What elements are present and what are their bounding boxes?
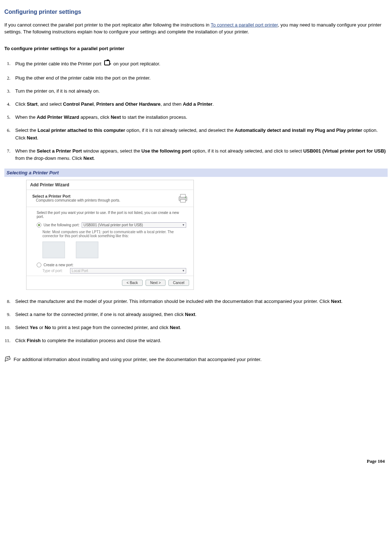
step-10: Select Yes or No to print a test page fr… xyxy=(12,321,388,334)
step-7: When the Select a Printer Port window ap… xyxy=(12,145,388,165)
radio-selected-icon[interactable] xyxy=(37,223,41,227)
t: . xyxy=(180,325,181,330)
t: Printers and Other Hardware xyxy=(96,101,160,107)
svg-rect-1 xyxy=(107,60,109,61)
t: When the xyxy=(15,114,37,120)
step-9: Select a name for the connected printer,… xyxy=(12,308,388,321)
t: to start the installation process. xyxy=(121,114,187,120)
steps-list-continued: Select the manufacturer and the model of… xyxy=(4,295,388,348)
t: When the xyxy=(15,148,37,154)
port-dropdown[interactable]: USB001 (Virtual printer port for USB) ▾ xyxy=(82,222,186,228)
chevron-down-icon: ▾ xyxy=(183,269,184,272)
t: window appears, select the xyxy=(82,148,142,154)
t: Finish xyxy=(27,338,41,343)
wizard-window: Add Printer Wizard Select a Printer Port… xyxy=(26,180,194,290)
svg-rect-5 xyxy=(180,199,185,202)
t: appears, click xyxy=(79,114,111,120)
printer-port-icon xyxy=(103,59,111,69)
t: Control Panel xyxy=(63,101,94,107)
radio-unselected-icon[interactable] xyxy=(37,263,41,267)
t: No xyxy=(45,325,51,330)
t: Next xyxy=(27,135,37,141)
parallel-port-link[interactable]: To connect a parallel port printer xyxy=(211,22,278,28)
step-1-pre: Plug the printer cable into the Printer … xyxy=(15,61,103,66)
figure-caption: Selecting a Printer Port xyxy=(4,169,388,177)
radio2-label: Create a new port: xyxy=(44,263,73,267)
t: . xyxy=(195,312,197,317)
t: Start xyxy=(27,101,38,107)
wizard-header: Select a Printer Port Computers communic… xyxy=(26,190,193,207)
t: Local printer attached to this computer xyxy=(37,127,125,133)
step-3: Turn the printer on, if it is not alread… xyxy=(12,85,388,98)
t: Automatically detect and install my Plug… xyxy=(235,127,362,133)
t: . xyxy=(341,299,343,304)
next-button[interactable]: Next > xyxy=(146,280,166,286)
footnote-text: For additional information about install… xyxy=(12,357,262,362)
printer-icon xyxy=(177,192,189,204)
t: option, if it is not already selected, a… xyxy=(191,148,303,154)
wizard-note: Note: Most computers use the LPT1: port … xyxy=(42,230,186,238)
step-1-post: on your port replicator. xyxy=(113,61,160,66)
type-of-port-value: Local Port xyxy=(72,269,88,273)
t: Yes xyxy=(30,325,38,330)
t: , and select xyxy=(37,101,63,107)
step-5: When the Add Printer Wizard appears, cli… xyxy=(12,111,388,124)
t: Add Printer Wizard xyxy=(37,114,79,120)
connector-image-1 xyxy=(42,242,65,258)
t: or xyxy=(38,325,45,330)
use-following-port-row[interactable]: Use the following port: USB001 (Virtual … xyxy=(37,222,186,228)
t: . xyxy=(37,135,38,141)
create-new-port-row[interactable]: Create a new port: xyxy=(37,263,186,267)
t: Next xyxy=(185,312,195,317)
subheading: To configure printer settings for a para… xyxy=(4,46,388,51)
t: , and then xyxy=(160,101,183,107)
t: Select the xyxy=(15,127,37,133)
type-of-port-label: Type of port: xyxy=(42,269,63,273)
radio1-label: Use the following port: xyxy=(44,223,79,227)
t: Select the manufacturer and the model of… xyxy=(15,299,331,304)
note-icon xyxy=(4,356,12,364)
steps-list: Plug the printer cable into the Printer … xyxy=(4,56,388,165)
t: . xyxy=(212,101,214,107)
page-title: Configuring printer settings xyxy=(4,9,388,15)
wizard-screenshot: Add Printer Wizard Select a Printer Port… xyxy=(26,180,388,290)
back-button[interactable]: < Back xyxy=(122,280,143,286)
t: Add a Printer xyxy=(183,101,213,107)
wizard-body: Select the port you want your printer to… xyxy=(26,207,193,276)
t: Click xyxy=(15,338,27,343)
step-4: Click Start, and select Control Panel, P… xyxy=(12,98,388,111)
svg-point-6 xyxy=(185,197,186,198)
wizard-titlebar: Add Printer Wizard xyxy=(26,180,193,190)
t: from the drop-down menu. Click xyxy=(15,155,83,161)
t: . xyxy=(94,155,95,161)
wizard-header-title: Select a Printer Port xyxy=(32,194,120,198)
svg-rect-4 xyxy=(180,194,185,197)
t: Select a name for the connected printer,… xyxy=(15,312,185,317)
t: to print a test page from the connected … xyxy=(51,325,170,330)
wizard-footer: < Back Next > Cancel xyxy=(26,276,193,289)
step-6: Select the Local printer attached to thi… xyxy=(12,124,388,144)
footnote: For additional information about install… xyxy=(4,356,388,364)
t: option, if it is not already selected, a… xyxy=(125,127,235,133)
step-1: Plug the printer cable into the Printer … xyxy=(12,56,388,72)
t: Click xyxy=(15,101,27,107)
t: Select a Printer Port xyxy=(37,148,82,154)
t: Next xyxy=(83,155,94,161)
t: USB001 (Virtual printer port for USB) xyxy=(303,148,385,154)
type-of-port-dropdown: Local Port ▾ xyxy=(70,268,186,274)
cancel-button[interactable]: Cancel xyxy=(168,280,189,286)
port-dropdown-value: USB001 (Virtual printer port for USB) xyxy=(83,223,143,227)
connector-illustration-row xyxy=(42,242,186,258)
svg-rect-0 xyxy=(105,61,110,65)
step-8: Select the manufacturer and the model of… xyxy=(12,295,388,308)
t: Select xyxy=(15,325,30,330)
svg-rect-2 xyxy=(110,64,111,64)
intro-pre: If you cannot connect the parallel port … xyxy=(4,22,211,28)
intro-paragraph: If you cannot connect the parallel port … xyxy=(4,22,388,36)
wizard-desc: Select the port you want your printer to… xyxy=(37,211,186,219)
t: Next xyxy=(331,299,341,304)
step-11: Click Finish to complete the installatio… xyxy=(12,334,388,347)
step-2: Plug the other end of the printer cable … xyxy=(12,72,388,85)
t: Next xyxy=(111,114,121,120)
t: Next xyxy=(170,325,180,330)
